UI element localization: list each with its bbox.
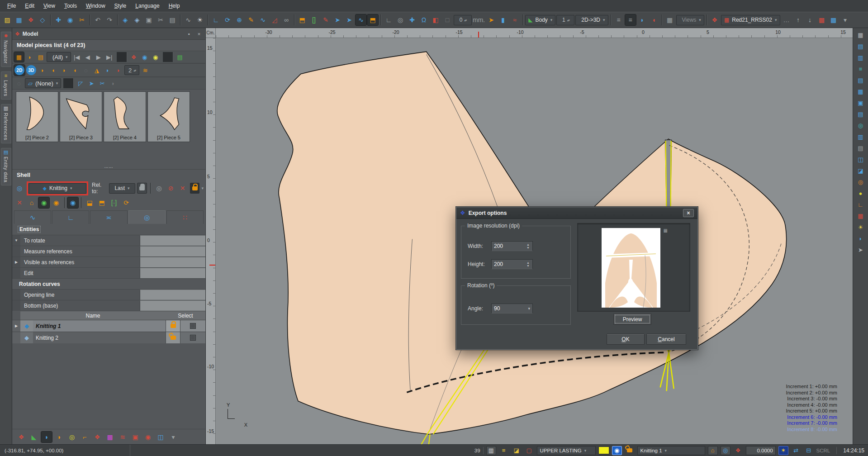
expand-arrow-icon[interactable]: ▶ (12, 257, 20, 267)
palette-add-icon[interactable]: ▩ (816, 14, 827, 25)
select-next-icon[interactable]: ➤ (486, 14, 497, 25)
dialog-titlebar[interactable]: ❖ Export options × (456, 207, 697, 219)
piece-disabled-icon[interactable]: ◌ (81, 65, 91, 75)
lock-small-icon[interactable]: ⬒ (297, 14, 308, 25)
pan-icon[interactable]: ✚ (53, 14, 64, 25)
visibility-icon[interactable]: ◉ (67, 197, 78, 208)
piece-outline-icon[interactable]: ◗ (25, 52, 35, 62)
rt-doc1-icon[interactable]: ▤ (856, 42, 866, 51)
rt-doc7-icon[interactable]: ▤ (856, 143, 866, 153)
angle-dropdown[interactable]: 90▾ (491, 304, 533, 314)
piece-thumbnail[interactable]: [2] Piece 2 (16, 91, 58, 142)
cursor-delete-icon[interactable]: ➤ (332, 14, 343, 25)
views-dropdown[interactable]: Views (676, 15, 704, 25)
expand-arrow-icon[interactable]: ▼ (12, 235, 20, 246)
piece-stats-icon[interactable]: ◫ (155, 432, 166, 442)
home-target-icon[interactable]: ⌂ (708, 446, 718, 455)
ok-button[interactable]: OK (607, 334, 645, 345)
rt-camera-icon[interactable]: ▦ (856, 30, 866, 40)
rt-bulb-icon[interactable]: ☀ (856, 223, 866, 232)
entity-row[interactable]: Edit (12, 267, 205, 278)
lock-closed-icon[interactable]: ⬒ (96, 197, 107, 208)
body-dropdown[interactable]: ◣Body (525, 15, 555, 25)
rel-lock-icon[interactable] (137, 183, 147, 194)
wave-red-icon[interactable]: ≈ (509, 14, 520, 25)
tab-references[interactable]: ▥ References (1, 104, 11, 143)
rel-to-dropdown[interactable]: Last (109, 183, 135, 194)
remove-ref-icon[interactable]: ✕ (14, 197, 25, 208)
cut-pattern-icon[interactable]: ✂ (76, 14, 87, 25)
redo-icon[interactable]: ↷ (104, 14, 115, 25)
piece-layer-add-icon[interactable]: ◗ (103, 65, 113, 75)
width-input[interactable]: 200▲▼ (491, 241, 533, 251)
offset-spinner[interactable]: 0 (454, 15, 472, 25)
import-model-icon[interactable]: ❖ (25, 14, 36, 25)
rt-doc6-icon[interactable]: ▥ (856, 132, 866, 142)
rt-doc3-icon[interactable]: ▤ (856, 76, 866, 85)
measure-add-icon[interactable]: ◿ (269, 14, 280, 25)
body-count-spinner[interactable]: 1 (556, 15, 574, 25)
assoc-disabled-icon[interactable]: ◌ (14, 78, 24, 88)
rt-target-icon[interactable]: ◎ (856, 177, 866, 187)
piece-refresh-icon[interactable]: ⟳ (121, 197, 132, 208)
menu-item[interactable]: Tools (60, 1, 81, 11)
placeholder-check-icon[interactable]: □ (442, 14, 453, 25)
shell-dropdown[interactable]: Knitting 1 (637, 446, 705, 455)
image-icon[interactable]: ▣ (130, 432, 141, 442)
assoc-dropdown[interactable]: ▱(None) (25, 78, 61, 88)
menu-item[interactable]: File (3, 1, 20, 11)
compass-icon[interactable]: ⊕ (234, 14, 245, 25)
export-model-icon[interactable]: ◇ (37, 14, 48, 25)
home-icon[interactable]: ⌂ (26, 197, 37, 208)
assoc-piece-icon[interactable]: ◗ (108, 78, 118, 88)
entity-row-value[interactable] (140, 235, 205, 246)
add-operation-icon[interactable]: ◎ (14, 183, 25, 194)
expand-arrow-icon[interactable] (12, 268, 20, 278)
undo-icon[interactable]: ↶ (92, 14, 103, 25)
eye-target-icon[interactable]: ◎ (721, 446, 730, 455)
target-yellow-icon[interactable]: ◎ (66, 432, 77, 442)
brackets-icon[interactable]: [] (308, 14, 319, 25)
shoe-add-icon[interactable]: ❖ (709, 14, 720, 25)
rt-piece-icon[interactable]: ◗ (856, 234, 866, 243)
palette-remove-icon[interactable]: ▩ (828, 14, 839, 25)
pieces-grid-icon[interactable]: ▦ (14, 52, 24, 62)
lock-open-icon[interactable] (625, 446, 635, 455)
menu-item[interactable]: Style (110, 1, 131, 11)
menu-item[interactable]: Edit (20, 1, 39, 11)
shell-more-icon[interactable]: ▾ (201, 186, 204, 190)
pieces-group-icon[interactable]: ≋ (140, 65, 150, 75)
view-2d-button[interactable]: 2D (14, 65, 25, 76)
paste-icon[interactable]: ▤ (167, 14, 178, 25)
lock-icon[interactable]: ⬒ (367, 14, 378, 25)
lock-open-icon[interactable]: ⬓ (84, 197, 95, 208)
camera-icon[interactable]: ◉ (142, 432, 153, 442)
move-down-icon[interactable]: ↓ (805, 14, 816, 25)
layer-color-swatch[interactable] (598, 446, 609, 454)
entity-row[interactable]: Measure references (12, 246, 205, 256)
rt-doc4-icon[interactable]: ▣ (856, 98, 866, 108)
link-open-icon[interactable]: ∞ (281, 14, 292, 25)
eraser-icon[interactable]: ◈ (120, 14, 131, 25)
layers-flat-icon[interactable]: ≡ (625, 14, 636, 25)
menu-item[interactable]: Window (81, 1, 110, 11)
shell-nocircle-icon[interactable]: ⊘ (166, 183, 176, 194)
rt-pointer-icon[interactable]: ➤ (856, 245, 866, 255)
table-row-knitting-2[interactable]: ◆ Knitting 2 (12, 332, 205, 343)
sync-icon[interactable]: ⇄ (791, 446, 801, 455)
panel-more-icon[interactable]: ▾ (168, 432, 179, 442)
shoes-add-icon[interactable]: ❖ (92, 432, 103, 442)
stamp-icon[interactable]: ▮ (498, 14, 508, 25)
spinner-arrows[interactable]: ▲▼ (526, 261, 530, 267)
pencil-icon[interactable]: ✎ (246, 14, 256, 25)
palette-icon[interactable]: ▩ (104, 432, 115, 442)
barcode-icon[interactable]: ▥ (486, 446, 496, 455)
rotate-icon[interactable]: Ω (418, 14, 429, 25)
menu-item[interactable]: View (39, 1, 60, 11)
menu-item[interactable]: Help (164, 1, 185, 11)
last-piece-icon[interactable]: ▶| (104, 52, 114, 62)
piece-count-spinner[interactable]: 2 (124, 65, 139, 75)
copy-icon[interactable]: ▣ (143, 14, 154, 25)
keyframe-eye1-icon[interactable]: ◉ (38, 197, 49, 208)
rt-circle-icon[interactable]: ◎ (856, 121, 866, 130)
